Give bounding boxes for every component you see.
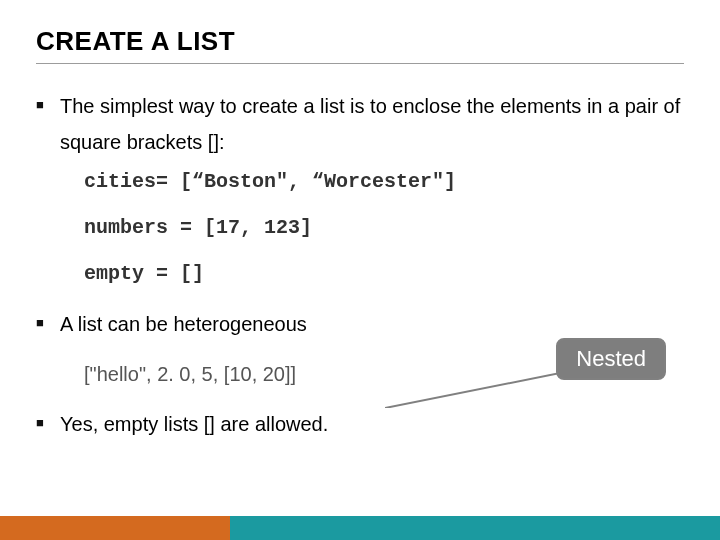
footer-bar	[0, 516, 720, 540]
bullet-list: The simplest way to create a list is to …	[36, 88, 684, 442]
bullet-text-1: The simplest way to create a list is to …	[60, 95, 680, 153]
callout-nested: Nested	[556, 338, 666, 380]
bullet-text-2: A list can be heterogeneous	[60, 313, 307, 335]
footer-accent-teal	[230, 516, 720, 540]
slide: CREATE A LIST The simplest way to create…	[0, 0, 720, 540]
bullet-item-1: The simplest way to create a list is to …	[36, 88, 684, 288]
bullet-text-3: Yes, empty lists [] are allowed.	[60, 413, 328, 435]
footer-accent-orange	[0, 516, 230, 540]
code-line-3: empty = []	[84, 260, 684, 288]
code-line-1: cities= [“Boston", “Worcester"]	[84, 168, 684, 196]
callout-label: Nested	[556, 338, 666, 380]
code-block: cities= [“Boston", “Worcester"] numbers …	[84, 168, 684, 288]
code-line-2: numbers = [17, 123]	[84, 214, 684, 242]
bullet-item-3: Yes, empty lists [] are allowed.	[36, 406, 684, 442]
slide-title: CREATE A LIST	[36, 26, 684, 64]
